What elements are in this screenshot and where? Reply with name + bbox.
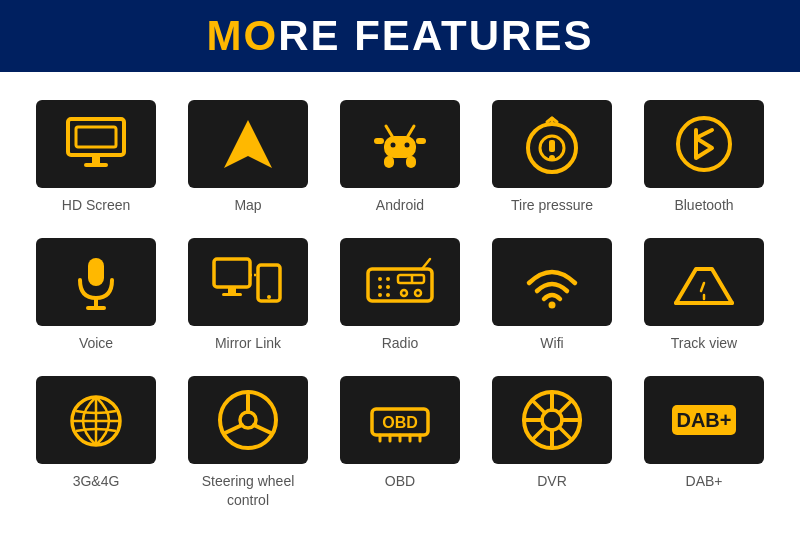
wifi-icon-box: [492, 238, 612, 326]
map-label: Map: [234, 196, 261, 214]
obd-icon-box: OBD: [340, 376, 460, 464]
svg-rect-13: [416, 138, 426, 144]
svg-point-6: [391, 143, 396, 148]
svg-rect-25: [228, 287, 236, 293]
obd-icon: OBD: [364, 393, 436, 447]
hd-screen-icon-box: [36, 100, 156, 188]
feature-obd: OBD OBD: [324, 366, 476, 522]
svg-line-68: [559, 427, 571, 439]
svg-point-7: [405, 143, 410, 148]
voice-icon: [66, 252, 126, 312]
svg-point-42: [549, 302, 556, 309]
feature-dvr: DVR: [476, 366, 628, 522]
bluetooth-label: Bluetooth: [674, 196, 733, 214]
svg-rect-16: [549, 140, 555, 152]
android-label: Android: [376, 196, 424, 214]
hd-screen-icon: [64, 117, 128, 171]
svg-point-36: [386, 293, 390, 297]
radio-icon-box: [340, 238, 460, 326]
feature-radio: Radio: [324, 228, 476, 366]
steering-wheel-icon-box: [188, 376, 308, 464]
dab-icon-box: DAB+: [644, 376, 764, 464]
bluetooth-icon: [674, 114, 734, 174]
svg-rect-24: [214, 259, 250, 287]
title-highlight: MO: [207, 12, 279, 59]
feature-bluetooth: Bluetooth: [628, 90, 780, 228]
svg-line-44: [701, 283, 704, 291]
map-icon-box: [188, 100, 308, 188]
wifi-label: Wifi: [540, 334, 563, 352]
page-title: MORE FEATURES: [207, 12, 594, 60]
voice-label: Voice: [79, 334, 113, 352]
mirror-link-icon: [212, 255, 284, 309]
svg-point-32: [378, 285, 382, 289]
feature-map: Map: [172, 90, 324, 228]
svg-rect-26: [222, 293, 242, 296]
tire-pressure-icon-box: [492, 100, 612, 188]
svg-rect-21: [88, 258, 104, 286]
dvr-label: DVR: [537, 472, 567, 490]
svg-point-17: [549, 155, 555, 161]
features-grid: HD Screen Map: [0, 72, 800, 533]
feature-tire-pressure: Tire pressure: [476, 90, 628, 228]
svg-line-67: [533, 401, 545, 413]
steering-wheel-icon: [215, 387, 281, 453]
dvr-icon-box: [492, 376, 612, 464]
svg-point-39: [401, 290, 407, 296]
feature-wifi: Wifi: [476, 228, 628, 366]
feature-track-view: Track view: [628, 228, 780, 366]
feature-hd-screen: HD Screen: [20, 90, 172, 228]
track-view-label: Track view: [671, 334, 737, 352]
page-header: MORE FEATURES: [0, 0, 800, 72]
feature-steering-wheel: Steering wheelcontrol: [172, 366, 324, 522]
feature-3g4g: 3G&4G: [20, 366, 172, 522]
voice-icon-box: [36, 238, 156, 326]
title-rest: RE FEATURES: [278, 12, 593, 59]
wifi-icon: [519, 255, 585, 309]
svg-rect-5: [384, 136, 416, 158]
track-view-icon: [668, 255, 740, 309]
svg-rect-11: [406, 156, 416, 168]
svg-point-40: [415, 290, 421, 296]
radio-icon: [364, 255, 436, 309]
svg-line-52: [225, 425, 242, 433]
dvr-icon: [519, 387, 585, 453]
svg-rect-1: [76, 127, 116, 147]
android-icon-box: [340, 100, 460, 188]
map-icon: [218, 114, 278, 174]
track-view-icon-box: [644, 238, 764, 326]
svg-point-34: [386, 277, 390, 281]
bluetooth-icon-box: [644, 100, 764, 188]
svg-rect-2: [92, 155, 100, 163]
svg-rect-3: [84, 163, 108, 167]
svg-text:DAB+: DAB+: [676, 409, 731, 431]
svg-line-69: [559, 401, 571, 413]
dab-label: DAB+: [686, 472, 723, 490]
svg-line-70: [533, 427, 545, 439]
3g4g-icon: [61, 391, 131, 449]
svg-point-28: [267, 295, 271, 299]
android-icon: [370, 114, 430, 174]
mirror-link-label: Mirror Link: [215, 334, 281, 352]
svg-point-31: [378, 277, 382, 281]
svg-text:OBD: OBD: [382, 414, 418, 431]
radio-label: Radio: [382, 334, 419, 352]
svg-marker-4: [224, 120, 272, 168]
tire-pressure-label: Tire pressure: [511, 196, 593, 214]
feature-android: Android: [324, 90, 476, 228]
svg-line-9: [408, 126, 414, 136]
svg-line-8: [386, 126, 392, 136]
feature-dab: DAB+ DAB+: [628, 366, 780, 522]
hd-screen-label: HD Screen: [62, 196, 130, 214]
mirror-link-icon-box: [188, 238, 308, 326]
3g4g-icon-box: [36, 376, 156, 464]
obd-label: OBD: [385, 472, 415, 490]
svg-point-35: [386, 285, 390, 289]
tire-pressure-icon: [518, 114, 586, 174]
feature-voice: Voice: [20, 228, 172, 366]
svg-line-53: [254, 425, 271, 433]
svg-rect-12: [374, 138, 384, 144]
dab-icon: DAB+: [666, 393, 742, 447]
steering-wheel-label: Steering wheelcontrol: [202, 472, 295, 508]
feature-mirror-link: Mirror Link: [172, 228, 324, 366]
